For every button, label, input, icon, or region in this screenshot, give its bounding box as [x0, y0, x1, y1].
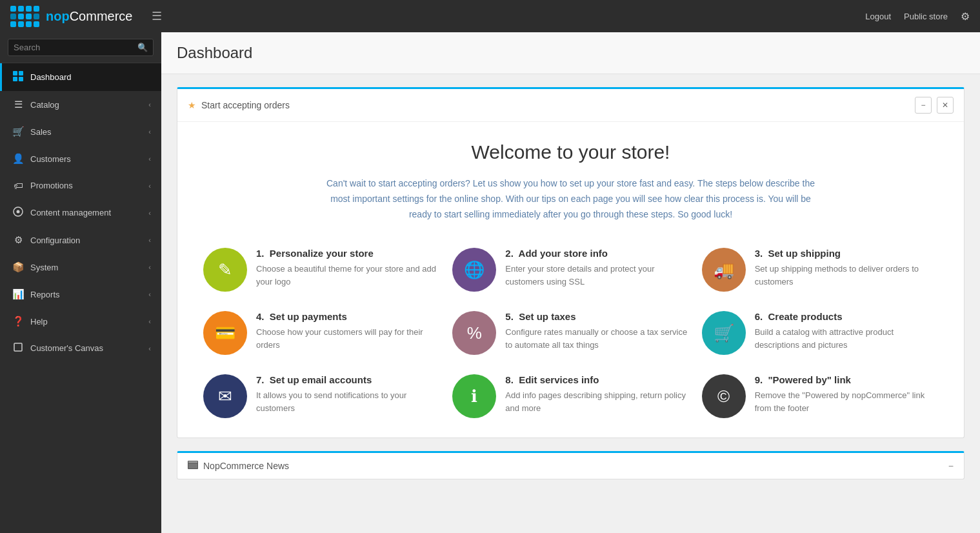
reports-icon: 📊 [12, 288, 24, 300]
step-icon-9: © [702, 374, 746, 418]
svg-rect-8 [188, 461, 197, 463]
steps-grid: ✎ 1. Personalize your store Choose a bea… [203, 248, 938, 418]
sidebar-item-label-content: Content management [30, 208, 111, 217]
chevron-right-icon: ‹ [148, 182, 151, 190]
sidebar-item-catalog[interactable]: ☰ Catalog ‹ [0, 91, 161, 118]
nav-item-left: 🛒 Sales [12, 126, 52, 137]
page-title: Dashboard [177, 44, 965, 62]
step-desc-5: Configure rates manually or choose a tax… [505, 326, 688, 351]
step-desc-4: Choose how your customers will pay for t… [256, 326, 439, 351]
logo-accent: nop [46, 9, 70, 23]
step-title-6: 6. Create products [755, 311, 938, 322]
minimize-button[interactable]: − [915, 97, 932, 114]
promotions-icon: 🏷 [12, 180, 24, 191]
welcome-title: Welcome to your store! [203, 141, 938, 163]
step-icon-8: ℹ [452, 374, 496, 418]
sidebar-item-label-catalog: Catalog [30, 100, 59, 110]
sidebar-item-label-dashboard: Dashboard [30, 72, 72, 82]
news-card: NopCommerce News − [177, 451, 965, 479]
catalog-icon: ☰ [12, 99, 24, 110]
chevron-right-icon: ‹ [148, 209, 151, 217]
close-button[interactable]: ✕ [937, 97, 954, 114]
step-icon-2: 🌐 [452, 248, 496, 292]
sidebar-item-reports[interactable]: 📊 Reports ‹ [0, 281, 161, 308]
step-desc-8: Add info pages describing shipping, retu… [505, 389, 688, 414]
nav-item-left: Dashboard [12, 71, 72, 83]
search-icon: 🔍 [137, 43, 148, 52]
sidebar: 🔍 Dashboard ☰ Catalog ‹ [0, 32, 161, 533]
step-item[interactable]: 🚚 3. Set up shipping Set up shipping met… [702, 248, 938, 292]
sidebar-item-content-management[interactable]: Content management ‹ [0, 199, 161, 226]
chevron-right-icon: ‹ [148, 345, 151, 352]
sidebar-item-sales[interactable]: 🛒 Sales ‹ [0, 118, 161, 145]
welcome-desc: Can't wait to start accepting orders? Le… [319, 176, 823, 222]
search-input[interactable] [14, 43, 137, 52]
nav-item-left: ❓ Help [12, 316, 48, 327]
chevron-right-icon: ‹ [148, 236, 151, 244]
news-header-left: NopCommerce News [188, 461, 289, 471]
step-item[interactable]: 🛒 6. Create products Build a catalog wit… [702, 311, 938, 355]
step-content-2: 2. Add your store info Enter your store … [505, 248, 688, 288]
step-item[interactable]: ✎ 1. Personalize your store Choose a bea… [203, 248, 439, 292]
step-desc-1: Choose a beautiful theme for your store … [256, 263, 439, 288]
sidebar-item-help[interactable]: ❓ Help ‹ [0, 308, 161, 335]
sidebar-item-promotions[interactable]: 🏷 Promotions ‹ [0, 172, 161, 199]
nav-item-left: Content management [12, 206, 111, 219]
chevron-right-icon: ‹ [148, 290, 151, 298]
dashboard-icon [12, 71, 24, 83]
step-item[interactable]: 🌐 2. Add your store info Enter your stor… [452, 248, 688, 292]
step-title-4: 4. Set up payments [256, 311, 439, 322]
sidebar-item-label-promotions: Promotions [30, 181, 73, 190]
sidebar-item-label-sales: Sales [30, 127, 52, 137]
step-item[interactable]: 💳 4. Set up payments Choose how your cus… [203, 311, 439, 355]
chevron-right-icon: ‹ [148, 101, 151, 108]
sidebar-nav: Dashboard ☰ Catalog ‹ 🛒 Sales ‹ [0, 63, 161, 533]
svg-rect-6 [14, 343, 22, 351]
step-content-1: 1. Personalize your store Choose a beaut… [256, 248, 439, 288]
step-title-8: 8. Edit services info [505, 374, 688, 385]
content-inner: ★ Start accepting orders − ✕ Welcome to … [161, 74, 980, 492]
star-icon: ★ [188, 100, 196, 110]
sidebar-item-customers[interactable]: 👤 Customers ‹ [0, 145, 161, 172]
step-desc-2: Enter your store details and protect you… [505, 263, 688, 288]
news-minimize-icon[interactable]: − [948, 461, 954, 471]
topbar: nopCommerce ☰ Logout Public store ⚙ [0, 0, 980, 32]
step-item[interactable]: ✉ 7. Set up email accounts It allows you… [203, 374, 439, 418]
step-item[interactable]: © 9. "Powered by" link Remove the "Power… [702, 374, 938, 418]
nav-item-left: Customer's Canvas [12, 343, 103, 354]
logout-link[interactable]: Logout [865, 12, 891, 21]
svg-rect-2 [13, 77, 17, 81]
sidebar-item-label-system: System [30, 263, 58, 272]
topbar-left: nopCommerce ☰ [10, 6, 162, 27]
step-desc-6: Build a catalog with attractive product … [755, 326, 938, 351]
settings-icon[interactable]: ⚙ [961, 10, 970, 23]
step-content-5: 5. Set up taxes Configure rates manually… [505, 311, 688, 351]
step-title-5: 5. Set up taxes [505, 311, 688, 322]
step-title-7: 7. Set up email accounts [256, 374, 439, 385]
sidebar-item-label-help: Help [30, 317, 48, 327]
card-header-actions: − ✕ [915, 97, 954, 114]
page-header: Dashboard [161, 32, 980, 74]
hamburger-icon[interactable]: ☰ [152, 9, 162, 23]
nav-item-left: ☰ Catalog [12, 99, 59, 110]
news-icon [188, 461, 198, 471]
sidebar-item-customers-canvas[interactable]: Customer's Canvas ‹ [0, 335, 161, 361]
step-item[interactable]: % 5. Set up taxes Configure rates manual… [452, 311, 688, 355]
help-icon: ❓ [12, 316, 24, 327]
chevron-right-icon: ‹ [148, 263, 151, 271]
sidebar-item-dashboard[interactable]: Dashboard [0, 63, 161, 91]
sidebar-item-system[interactable]: 📦 System ‹ [0, 254, 161, 281]
system-icon: 📦 [12, 261, 24, 273]
sidebar-item-configuration[interactable]: ⚙ Configuration ‹ [0, 226, 161, 254]
card-header-left: ★ Start accepting orders [188, 100, 290, 110]
step-icon-6: 🛒 [702, 311, 746, 355]
content-icon [12, 206, 24, 219]
sidebar-item-label-configuration: Configuration [30, 236, 80, 245]
logo-dots [10, 6, 39, 27]
nav-item-left: 🏷 Promotions [12, 180, 73, 191]
public-store-link[interactable]: Public store [904, 12, 948, 21]
step-title-9: 9. "Powered by" link [755, 374, 938, 385]
step-desc-3: Set up shipping methods to deliver order… [755, 263, 938, 288]
svg-rect-1 [19, 71, 23, 75]
step-item[interactable]: ℹ 8. Edit services info Add info pages d… [452, 374, 688, 418]
